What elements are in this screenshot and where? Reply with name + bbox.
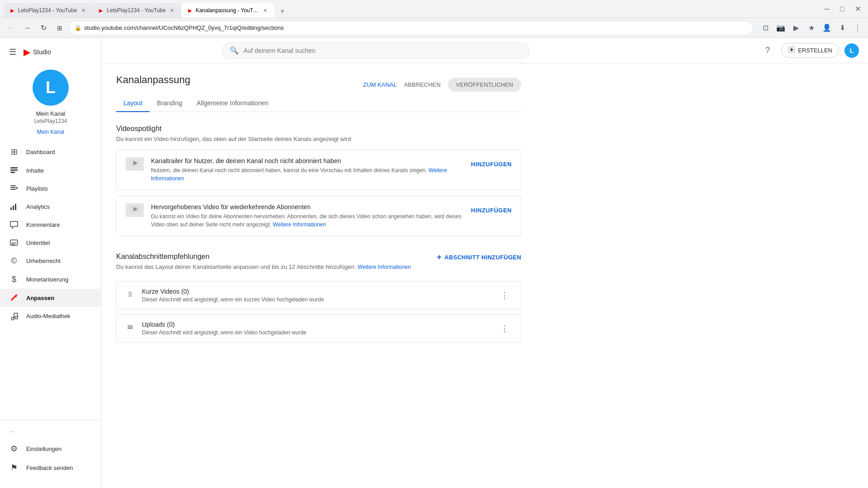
browser-tab-1[interactable]: ▶ LetsPlay1234 - YouTube ✕: [4, 3, 92, 18]
bookmark-icon[interactable]: ★: [805, 21, 818, 35]
tab-branding[interactable]: Branding: [150, 95, 189, 112]
videospotlight-title: Videospotlight: [116, 125, 521, 133]
screenshot-icon[interactable]: 📷: [774, 21, 788, 35]
topbar: 🔍 ? ERSTELLEN L: [102, 38, 868, 63]
section-item-uploads: Uploads (0) Dieser Abschnitt wird angeze…: [116, 314, 521, 343]
sidebar-item-untertitel[interactable]: Untertitel: [0, 234, 101, 252]
forward-nav-icon[interactable]: ▶: [789, 21, 803, 35]
search-input[interactable]: [243, 47, 522, 54]
browser-tab-3[interactable]: ▶ Kanalanpassung - YouTube ✕: [181, 3, 274, 18]
zum-kanal-button[interactable]: ZUM KANAL: [363, 81, 396, 88]
kanalabschnitt-header: Kanalabschnittempfehlungen Du kannst das…: [116, 253, 521, 277]
create-icon: [788, 46, 795, 55]
abschnitt-hinzufuegen-button[interactable]: + ABSCHNITT HINZUFÜGEN: [437, 253, 521, 262]
tab-allgemeine[interactable]: Allgemeine Informationen: [189, 95, 276, 112]
url-bar[interactable]: 🔒 studio.youtube.com/channel/UCocN6zQPHQ…: [69, 21, 753, 35]
svg-rect-8: [13, 206, 14, 210]
kanalabschnitt-title: Kanalabschnittempfehlungen: [116, 253, 437, 261]
svg-rect-12: [11, 244, 15, 245]
help-button[interactable]: ?: [760, 42, 776, 59]
cast-icon[interactable]: ⊡: [759, 21, 772, 35]
sidebar-item-dashboard[interactable]: ⊞ Dashboard: [0, 142, 101, 161]
forward-button[interactable]: →: [20, 21, 34, 35]
sidebar-item-urheberrecht[interactable]: © Urheberrecht: [0, 252, 101, 270]
sidebar-bottom: ··· ⚙ Einstellungen ⚑ Feedback senden: [0, 420, 101, 481]
sidebar-item-einstellungen[interactable]: ⚙ Einstellungen: [0, 439, 101, 458]
trailer-thumbnail: [126, 157, 144, 171]
sidebar-item-playlists[interactable]: Playlists: [0, 179, 101, 197]
hervorgehoben-hinzufuegen-button[interactable]: HINZUFÜGEN: [471, 203, 512, 217]
maximize-button[interactable]: □: [835, 2, 849, 16]
tab-close-2[interactable]: ✕: [169, 7, 176, 14]
browser-tab-2[interactable]: ▶ LetsPlay1234 - YouTube ✕: [92, 3, 181, 18]
minimize-button[interactable]: ─: [820, 2, 834, 16]
search-box: 🔍: [222, 42, 529, 59]
trailer-desc: Nutzern, die deinen Kanal noch nicht abo…: [151, 166, 464, 183]
svg-point-28: [131, 294, 132, 295]
drag-handle-uploads[interactable]: [126, 323, 135, 334]
yt-studio-logo[interactable]: ▶ Studio: [24, 47, 51, 57]
profile-icon[interactable]: 👤: [820, 21, 834, 35]
new-tab-button[interactable]: +: [276, 5, 289, 18]
download-icon[interactable]: ⬇: [835, 21, 849, 35]
hamburger-button[interactable]: ☰: [7, 45, 18, 59]
tab-close-3[interactable]: ✕: [262, 7, 269, 14]
refresh-button[interactable]: ↻: [36, 21, 51, 35]
anpassen-icon: [9, 293, 19, 302]
browser-nav: ← → ↻ ⊞ 🔒 studio.youtube.com/channel/UCo…: [0, 18, 868, 38]
sidebar-item-anpassen[interactable]: Anpassen: [0, 289, 101, 307]
kurze-videos-more-button[interactable]: ⋮: [497, 288, 512, 303]
menu-icon[interactable]: ⋮: [851, 21, 864, 35]
kanalabschnitt-more-link[interactable]: Weitere Informationen: [358, 264, 411, 270]
channel-avatar[interactable]: L: [33, 70, 69, 106]
sidebar-item-inhalte[interactable]: Inhalte: [0, 161, 101, 179]
sidebar: ☰ ▶ Studio L Mein Kanal LetsPlay1234 Mei…: [0, 38, 102, 488]
tab-title-2: LetsPlay1234 - YouTube: [107, 7, 165, 14]
tab-close-1[interactable]: ✕: [80, 7, 87, 14]
uploads-more-button[interactable]: ⋮: [497, 321, 512, 336]
content-inner: Kanalanpassung ZUM KANAL ABBRECHEN VERÖF…: [102, 63, 536, 358]
hervorgehoben-thumbnail: [126, 203, 144, 217]
spotlight-card-trailer: Kanaltrailer für Nutzer, die deinen Kana…: [116, 150, 521, 190]
uploads-info: Uploads (0) Dieser Abschnitt wird angeze…: [142, 321, 490, 336]
back-button[interactable]: ←: [4, 21, 18, 35]
tab-favicon-3: ▶: [187, 7, 193, 14]
sidebar-nav: ⊞ Dashboard Inhalte Playlists Analytics: [0, 142, 101, 420]
extensions-button[interactable]: ⊞: [52, 21, 67, 35]
close-button[interactable]: ✕: [851, 2, 864, 16]
plus-icon: +: [437, 253, 442, 262]
analytics-icon: [9, 202, 19, 211]
sidebar-item-analytics[interactable]: Analytics: [0, 197, 101, 216]
trailer-thumb-icon: [129, 159, 140, 169]
sidebar-label-dashboard: Dashboard: [26, 149, 55, 155]
svg-point-25: [129, 292, 130, 293]
svg-point-30: [131, 296, 132, 297]
trailer-hinzufuegen-button[interactable]: HINZUFÜGEN: [471, 157, 512, 171]
sidebar-item-monetarisierung[interactable]: $ Monetarisierung: [0, 270, 101, 289]
sidebar-label-untertitel: Untertitel: [26, 239, 50, 246]
sidebar-item-kommentare[interactable]: Kommentare: [0, 216, 101, 234]
inhalte-icon: [9, 166, 19, 175]
content-wrapper: Kanalanpassung ZUM KANAL ABBRECHEN VERÖF…: [116, 74, 521, 347]
einstellungen-icon: ⚙: [9, 444, 19, 454]
sidebar-item-feedback[interactable]: ⚑ Feedback senden: [0, 458, 101, 477]
more-button[interactable]: ···: [0, 424, 101, 439]
svg-point-29: [129, 296, 130, 297]
kurze-videos-info: Kurze Videos (0) Dieser Abschnitt wird a…: [142, 288, 490, 303]
abbrechen-button[interactable]: ABBRECHEN: [404, 81, 441, 88]
sidebar-label-urheberrecht: Urheberrecht: [26, 258, 61, 264]
page-actions: ZUM KANAL ABBRECHEN VERÖFFENTLICHEN: [363, 78, 521, 92]
drag-handle-kurze-videos[interactable]: [126, 290, 135, 301]
create-button[interactable]: ERSTELLEN: [781, 43, 839, 58]
tab-layout[interactable]: Layout: [116, 95, 150, 112]
browser-chrome: ▶ LetsPlay1234 - YouTube ✕ ▶ LetsPlay123…: [0, 0, 868, 18]
trailer-info: Kanaltrailer für Nutzer, die deinen Kana…: [151, 157, 464, 183]
svg-point-14: [11, 317, 14, 320]
hervorgehoben-more-link[interactable]: Weitere Informationen: [273, 221, 326, 228]
my-channel-link[interactable]: Mein Kanal: [37, 129, 64, 135]
sidebar-label-feedback: Feedback senden: [26, 465, 73, 471]
veroeffentlichen-button[interactable]: VERÖFFENTLICHEN: [448, 78, 521, 92]
hervorgehoben-title: Hervorgehobenes Video für wiederkehrende…: [151, 203, 464, 211]
user-avatar[interactable]: L: [844, 43, 859, 58]
sidebar-item-audio-mediathek[interactable]: Audio-Mediathek: [0, 307, 101, 325]
